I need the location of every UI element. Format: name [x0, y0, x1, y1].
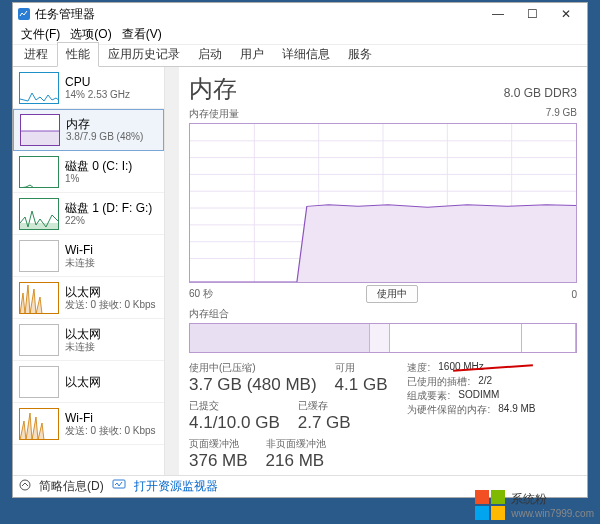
disk1-thumb	[19, 198, 59, 230]
disk0-thumb	[19, 156, 59, 188]
wifi0-thumb	[19, 240, 59, 272]
sidebar-item-eth1[interactable]: 以太网未连接	[13, 319, 164, 361]
sidebar-item-label: Wi-Fi	[65, 411, 156, 425]
svg-point-16	[20, 480, 30, 490]
kv-hw-value: 84.9 MB	[498, 403, 535, 417]
chevron-up-icon[interactable]	[19, 479, 31, 494]
tab-users[interactable]: 用户	[231, 42, 273, 66]
sidebar-item-wifi0[interactable]: Wi-Fi未连接	[13, 235, 164, 277]
memory-thumb	[20, 114, 60, 146]
task-manager-window: 任务管理器 — ☐ ✕ 文件(F) 选项(O) 查看(V) 进程 性能 应用历史…	[12, 2, 588, 498]
svg-rect-1	[21, 131, 60, 146]
sidebar-item-label: 以太网	[65, 285, 156, 299]
cpu-thumb	[19, 72, 59, 104]
inuse-pill[interactable]: 使用中	[366, 285, 418, 303]
maximize-button[interactable]: ☐	[515, 4, 549, 24]
sidebar-item-eth0[interactable]: 以太网发送: 0 接收: 0 Kbps	[13, 277, 164, 319]
windows-logo-icon	[475, 490, 505, 520]
app-icon	[17, 7, 31, 21]
sidebar-item-sub: 14% 2.53 GHz	[65, 89, 130, 101]
tab-services[interactable]: 服务	[339, 42, 381, 66]
x-right: 0	[571, 289, 577, 300]
sidebar-scrollbar[interactable]	[165, 67, 179, 475]
stat-paged-label: 页面缓冲池	[189, 437, 248, 451]
sidebar-item-disk1[interactable]: 磁盘 1 (D: F: G:)22%	[13, 193, 164, 235]
stat-avail-label: 可用	[335, 361, 388, 375]
sidebar-item-label: 内存	[66, 117, 143, 131]
kv-form-label: 组成要素:	[407, 389, 450, 403]
svg-rect-2	[20, 223, 59, 230]
sidebar-item-label: Wi-Fi	[65, 243, 95, 257]
body: CPU14% 2.53 GHz 内存3.8/7.9 GB (48%) 磁盘 0 …	[13, 67, 587, 475]
kv-form-value: SODIMM	[458, 389, 499, 403]
sidebar-item-label: 以太网	[65, 375, 101, 389]
stat-inuse-value: 3.7 GB (480 MB)	[189, 375, 317, 395]
sidebar-item-label: 以太网	[65, 327, 101, 341]
sidebar-item-sub: 3.8/7.9 GB (48%)	[66, 131, 143, 143]
kv-speed-label: 速度:	[407, 361, 430, 375]
stat-cached-label: 已缓存	[298, 399, 351, 413]
sidebar-item-eth2[interactable]: 以太网	[13, 361, 164, 403]
kv-hw-label: 为硬件保留的内存:	[407, 403, 490, 417]
watermark: 系统粉 www.win7999.com	[475, 490, 594, 520]
eth1-thumb	[19, 324, 59, 356]
sidebar-item-sub: 未连接	[65, 341, 101, 353]
stat-nonpaged-label: 非页面缓冲池	[266, 437, 326, 451]
sidebar-item-sub: 未连接	[65, 257, 95, 269]
page-title: 内存	[189, 73, 237, 105]
stat-avail-value: 4.1 GB	[335, 375, 388, 395]
sidebar-item-disk0[interactable]: 磁盘 0 (C: I:)1%	[13, 151, 164, 193]
kv-slots-label: 已使用的插槽:	[407, 375, 470, 389]
slots-label: 内存组合	[189, 307, 577, 321]
sidebar: CPU14% 2.53 GHz 内存3.8/7.9 GB (48%) 磁盘 0 …	[13, 67, 165, 475]
sidebar-item-wifi1[interactable]: Wi-Fi发送: 0 接收: 0 Kbps	[13, 403, 164, 445]
close-button[interactable]: ✕	[549, 4, 583, 24]
stat-commit-label: 已提交	[189, 399, 280, 413]
tab-processes[interactable]: 进程	[15, 42, 57, 66]
usage-label: 内存使用量	[189, 107, 239, 121]
eth0-thumb	[19, 282, 59, 314]
sidebar-item-sub: 发送: 0 接收: 0 Kbps	[65, 425, 156, 437]
svg-rect-0	[18, 8, 30, 20]
window-title: 任务管理器	[35, 6, 481, 23]
watermark-sub: www.win7999.com	[511, 508, 594, 519]
sidebar-item-sub: 发送: 0 接收: 0 Kbps	[65, 299, 156, 311]
wifi1-thumb	[19, 408, 59, 440]
tab-startup[interactable]: 启动	[189, 42, 231, 66]
memory-composition	[189, 323, 577, 353]
tab-details[interactable]: 详细信息	[273, 42, 339, 66]
memory-chart	[189, 123, 577, 283]
sidebar-item-sub: 22%	[65, 215, 152, 227]
fewer-details-button[interactable]: 简略信息(D)	[39, 478, 104, 495]
sidebar-item-cpu[interactable]: CPU14% 2.53 GHz	[13, 67, 164, 109]
watermark-text: 系统粉	[511, 491, 594, 508]
usage-max: 7.9 GB	[546, 107, 577, 121]
sidebar-item-label: 磁盘 1 (D: F: G:)	[65, 201, 152, 215]
stat-commit-value: 4.1/10.0 GB	[189, 413, 280, 433]
stat-inuse-label: 使用中(已压缩)	[189, 361, 317, 375]
sidebar-item-sub: 1%	[65, 173, 132, 185]
sidebar-item-memory[interactable]: 内存3.8/7.9 GB (48%)	[13, 109, 164, 151]
tab-history[interactable]: 应用历史记录	[99, 42, 189, 66]
eth2-thumb	[19, 366, 59, 398]
x-left: 60 秒	[189, 287, 213, 301]
stat-cached-value: 2.7 GB	[298, 413, 351, 433]
tabbar: 进程 性能 应用历史记录 启动 用户 详细信息 服务	[13, 45, 587, 67]
tab-performance[interactable]: 性能	[57, 42, 99, 67]
stat-nonpaged-value: 216 MB	[266, 451, 326, 471]
stat-paged-value: 376 MB	[189, 451, 248, 471]
kv-slots-value: 2/2	[478, 375, 492, 389]
monitor-icon	[112, 479, 126, 494]
left-edge	[0, 0, 12, 500]
main-panel: 内存 8.0 GB DDR3 内存使用量 7.9 GB	[179, 67, 587, 475]
titlebar[interactable]: 任务管理器 — ☐ ✕	[13, 3, 587, 25]
sidebar-item-label: CPU	[65, 75, 130, 89]
sidebar-item-label: 磁盘 0 (C: I:)	[65, 159, 132, 173]
memory-hardware: 8.0 GB DDR3	[504, 86, 577, 100]
open-resource-monitor-link[interactable]: 打开资源监视器	[134, 478, 218, 495]
minimize-button[interactable]: —	[481, 4, 515, 24]
